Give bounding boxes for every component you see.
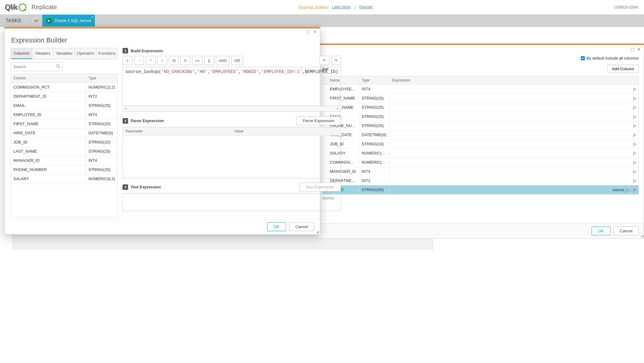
host-label: USBOS-ENH. — [614, 5, 639, 9]
tabs-bar: TASKS ▶ Oracle 2 SQL Server ✕ — [0, 15, 644, 27]
qlik-wordmark: Qlik — [5, 3, 17, 12]
task-tab-active[interactable]: ▶ Oracle 2 SQL Server ✕ — [42, 15, 95, 27]
tasks-tab[interactable]: TASKS — [0, 15, 30, 27]
tab-close-icon[interactable]: ✕ — [91, 15, 94, 19]
logo: Qlik — [5, 3, 27, 12]
register-link[interactable]: Register — [359, 5, 373, 10]
task-tab-label: Oracle 2 SQL Server — [55, 18, 91, 23]
task-run-icon: ▶ — [46, 18, 52, 24]
header-center: Express Edition Learn More | Register — [57, 5, 614, 10]
tasks-dropdown[interactable] — [30, 15, 42, 27]
learn-more-link[interactable]: Learn More — [332, 5, 351, 10]
qlik-q-icon — [19, 3, 27, 11]
app-header: Qlik Replicate Express Edition Learn Mor… — [0, 0, 644, 15]
app-title: Replicate — [31, 4, 57, 11]
edition-label: Express Edition — [299, 5, 328, 10]
chevron-down-icon — [34, 19, 38, 23]
header-divider: | — [354, 5, 356, 10]
